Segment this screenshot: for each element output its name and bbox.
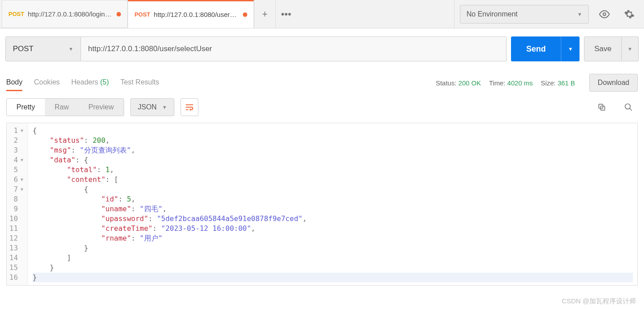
save-button[interactable]: Save <box>584 36 622 61</box>
request-tabs: POST http://127.0.0.1:8080/login/user PO… <box>0 0 454 28</box>
line-gutter: 1▼234▼56▼7▼8910111213141516 <box>7 123 28 285</box>
top-bar: POST http://127.0.0.1:8080/login/user PO… <box>0 0 644 28</box>
tab-test-results[interactable]: Test Results <box>121 75 159 91</box>
view-pretty[interactable]: Pretty <box>7 99 45 116</box>
view-bar: Pretty Raw Preview JSON ▼ <box>0 92 644 123</box>
view-tools <box>592 98 638 117</box>
tab-options-button[interactable]: ••• <box>275 0 297 28</box>
method-badge: POST <box>134 11 150 18</box>
url-input[interactable] <box>81 36 507 61</box>
chevron-down-icon: ▼ <box>568 46 573 52</box>
svg-point-3 <box>625 104 631 109</box>
chevron-down-icon: ▼ <box>68 46 73 52</box>
method-label: POST <box>13 44 33 53</box>
chevron-down-icon: ▼ <box>577 12 582 17</box>
send-button[interactable]: Send <box>511 36 561 61</box>
environment-preview-icon[interactable] <box>595 5 614 24</box>
response-body: 1▼234▼56▼7▼8910111213141516 { "status": … <box>6 123 638 286</box>
dirty-dot-icon <box>243 12 247 17</box>
view-raw[interactable]: Raw <box>45 99 79 116</box>
size-meta: Size: 361 B <box>541 79 575 87</box>
tab-login[interactable]: POST http://127.0.0.1:8080/login/user <box>2 0 128 28</box>
format-label: JSON <box>138 103 157 111</box>
view-preview[interactable]: Preview <box>79 99 124 116</box>
search-icon[interactable] <box>619 98 638 117</box>
response-tabs: Body Cookies Headers (5) Test Results <box>6 75 159 91</box>
format-select[interactable]: JSON ▼ <box>130 98 175 116</box>
download-button[interactable]: Download <box>589 74 638 92</box>
response-header: Body Cookies Headers (5) Test Results St… <box>0 69 644 92</box>
time-meta: Time: 4020 ms <box>489 79 533 87</box>
environment-select[interactable]: No Environment ▼ <box>460 5 589 24</box>
tab-selectuser[interactable]: POST http://127.0.0.1:8080/user/selec <box>128 0 254 28</box>
copy-icon[interactable] <box>592 98 611 117</box>
tab-headers[interactable]: Headers (5) <box>71 75 109 91</box>
tab-title: http://127.0.0.1:8080/login/user <box>28 10 112 18</box>
view-segment: Pretty Raw Preview <box>6 98 124 116</box>
tab-cookies[interactable]: Cookies <box>34 75 60 91</box>
dirty-dot-icon <box>117 12 121 16</box>
response-meta: Status: 200 OK Time: 4020 ms Size: 361 B… <box>436 74 638 92</box>
code-content[interactable]: { "status": 200, "msg": "分页查询列表", "data"… <box>28 123 637 285</box>
status-meta: Status: 200 OK <box>436 79 481 87</box>
environment-area: No Environment ▼ <box>454 0 644 28</box>
send-button-group: Send ▼ <box>511 36 580 61</box>
env-label: No Environment <box>467 10 518 18</box>
save-dropdown[interactable]: ▼ <box>622 36 639 61</box>
svg-point-0 <box>603 13 606 16</box>
chevron-down-icon: ▼ <box>628 46 632 52</box>
new-tab-button[interactable]: + <box>254 0 275 28</box>
save-button-group: Save ▼ <box>584 36 639 61</box>
svg-line-4 <box>630 109 632 111</box>
send-dropdown[interactable]: ▼ <box>561 36 580 61</box>
chevron-down-icon: ▼ <box>162 105 167 110</box>
tab-body[interactable]: Body <box>6 75 22 91</box>
settings-icon[interactable] <box>620 5 639 24</box>
request-bar: POST ▼ Send ▼ Save ▼ <box>0 28 644 69</box>
method-select[interactable]: POST ▼ <box>5 36 81 61</box>
wrap-lines-icon[interactable] <box>181 98 198 116</box>
method-badge: POST <box>8 11 24 17</box>
tab-title: http://127.0.0.1:8080/user/selec <box>154 11 238 18</box>
